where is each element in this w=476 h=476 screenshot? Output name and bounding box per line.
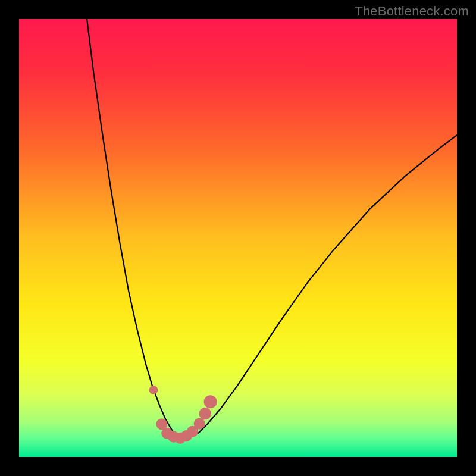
marker-dot: [149, 386, 158, 394]
gradient-background: [19, 19, 457, 457]
chart-svg: [19, 19, 457, 457]
plot-area: [19, 19, 457, 457]
marker-dot: [199, 408, 212, 420]
marker-dot: [194, 418, 205, 429]
watermark-text: TheBottleneck.com: [355, 4, 469, 19]
marker-dot: [204, 395, 217, 408]
outer-frame: TheBottleneck.com: [0, 0, 476, 476]
